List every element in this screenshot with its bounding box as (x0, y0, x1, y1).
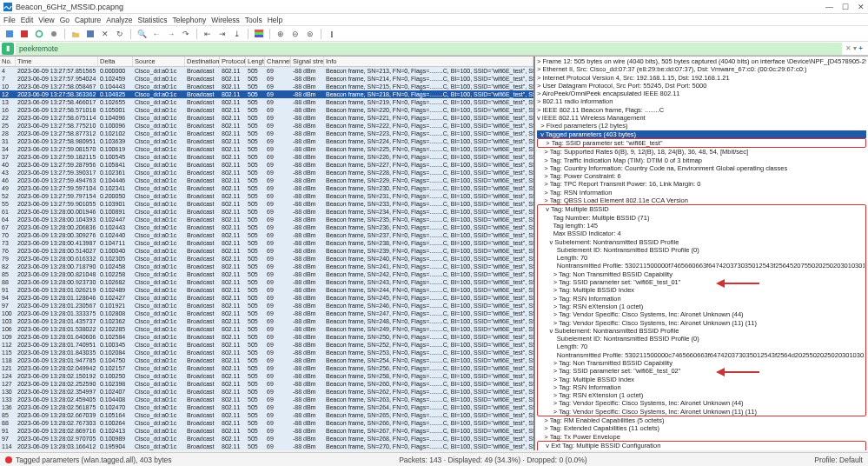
menu-view[interactable]: View (38, 16, 54, 24)
packet-row[interactable]: 792023-06-09 13:28:00.6163320.102305Cisc… (0, 255, 533, 263)
detail-line[interactable]: > Tag: Vendor Specific: Cisco Systems, I… (539, 319, 865, 327)
start-capture-icon[interactable] (3, 28, 16, 40)
packet-row[interactable]: 642023-06-09 13:28:00.1043930.102447Cisc… (0, 216, 533, 223)
menu-wireless[interactable]: Wireless (211, 16, 240, 24)
packet-row[interactable]: 252023-06-09 13:27:58.7752100.100096Cisc… (0, 122, 533, 130)
expert-info-icon[interactable] (5, 456, 12, 463)
goto-icon[interactable]: ↷ (180, 28, 192, 40)
detail-line[interactable]: > Internet Protocol Version 4, Src: 192.… (537, 74, 866, 82)
packet-row[interactable]: 882023-06-09 13:28:02.7673030.100264Cisc… (0, 419, 533, 427)
filter-dropdown-icon[interactable]: ▾ (853, 44, 857, 52)
detail-line[interactable]: > Ethernet II, Src: Cisco_dd:07:37 (e8:2… (537, 65, 866, 73)
detail-line[interactable]: > Tag: Vendor Specific: Cisco Systems, I… (539, 399, 865, 407)
detail-line[interactable]: Length: 70 (539, 343, 865, 350)
packet-row[interactable]: 122023-06-09 13:27:58.3633620.104825Cisc… (0, 90, 533, 98)
col-dst[interactable]: Destination (185, 57, 220, 66)
col-proto[interactable]: Protocol (220, 57, 246, 66)
col-sig[interactable]: Signal stre (291, 57, 324, 66)
detail-line[interactable]: > Fixed parameters (12 bytes) (537, 122, 866, 130)
reload-icon[interactable]: ↻ (114, 28, 126, 40)
detail-line[interactable]: v Tag: Multiple BSSID (539, 205, 865, 213)
packet-row[interactable]: 822023-06-09 13:28:00.7187900.102458Cisc… (0, 263, 533, 270)
detail-line[interactable]: > Tag: RM Enabled Capabilities (5 octets… (537, 416, 866, 424)
detail-line[interactable]: > Tag: RSN eXtension (1 octet) (539, 303, 865, 310)
col-info[interactable]: Info (324, 57, 533, 66)
menu-go[interactable]: Go (60, 16, 70, 24)
detail-line[interactable]: > Tag: Non Transmitted BSSID Capability (539, 359, 865, 367)
menu-help[interactable]: Help (268, 16, 282, 24)
packet-row[interactable]: 1272023-06-09 13:28:02.2525900.102398Cis… (0, 380, 533, 388)
packet-row[interactable]: 72023-06-09 13:27:57.9540240.102459Cisco… (0, 75, 533, 83)
detail-line[interactable]: Tag Number: Element ID Extension (255) (539, 449, 865, 450)
packet-row[interactable]: 1062023-06-09 13:28:01.5380220.102285Cis… (0, 325, 533, 333)
restart-capture-icon[interactable] (33, 28, 45, 40)
minimize-button[interactable]: — (825, 3, 833, 11)
menu-capture[interactable]: Capture (75, 16, 101, 24)
col-no[interactable]: No. (0, 57, 16, 66)
filter-bookmark-icon[interactable]: ▮ (2, 43, 14, 55)
packet-row[interactable]: 612023-06-09 13:28:00.0019460.100891Cisc… (0, 208, 533, 216)
col-time[interactable]: Time (16, 57, 98, 66)
last-icon[interactable]: ⇥ (216, 28, 229, 40)
display-filter-input[interactable] (16, 43, 842, 55)
detail-line[interactable]: > Tag: SSID parameter set: "wifi6E_test_… (539, 278, 865, 286)
packet-row[interactable]: 852023-06-09 13:28:00.8210480.102258Cisc… (0, 270, 533, 278)
packet-row[interactable]: 1122023-06-09 13:28:01.7409510.100345Cis… (0, 341, 533, 349)
close-button[interactable]: ✕ (858, 3, 865, 11)
packet-row[interactable]: 1032023-06-09 13:28:01.4357370.102362Cis… (0, 317, 533, 325)
detail-line[interactable]: > Tag: Tx Power Envelope (537, 433, 866, 441)
detail-line[interactable]: Tag length: 145 (539, 222, 865, 230)
col-len[interactable]: Length (246, 57, 265, 66)
packet-list-body[interactable]: 42023-06-09 13:27:57.8515650.000000Cisco… (0, 67, 533, 450)
prev-icon[interactable]: ← (150, 28, 162, 40)
packet-row[interactable]: 432023-06-09 13:27:59.3903170.102361Cisc… (0, 169, 533, 176)
detail-line[interactable]: > Tag: Non Transmitted BSSID Capability (539, 270, 865, 278)
zoom-in-icon[interactable]: ⊕ (275, 28, 287, 40)
packet-row[interactable]: 1302023-06-09 13:28:02.3549970.102407Cis… (0, 388, 533, 396)
detail-line[interactable]: > Tag: Country Information: Country Code… (537, 164, 866, 172)
packet-row[interactable]: 1092023-06-09 13:28:01.6406060.102584Cis… (0, 333, 533, 341)
stop-capture-icon[interactable] (18, 28, 30, 40)
menu-analyze[interactable]: Analyze (106, 16, 132, 24)
packet-row[interactable]: 402023-06-09 13:27:59.2879560.105841Cisc… (0, 161, 533, 169)
detail-line[interactable]: > IEEE 802.11 Beacon frame, Flags: .....… (537, 106, 866, 114)
close-file-icon[interactable]: ✕ (99, 28, 111, 40)
maximize-button[interactable]: ☐ (842, 3, 849, 11)
menu-file[interactable]: File (3, 16, 16, 24)
detail-line[interactable]: Tag Number: Multiple BSSID (71) (539, 214, 865, 222)
packet-row[interactable]: 492023-06-09 13:27:59.5971040.102341Cisc… (0, 184, 533, 192)
packet-row[interactable]: 462023-06-09 13:27:59.4947630.104446Cisc… (0, 176, 533, 184)
packet-row[interactable]: 852023-06-09 13:28:02.6670390.105164Cisc… (0, 411, 533, 419)
packet-row[interactable]: 132023-06-09 13:27:58.4660170.102655Cisc… (0, 98, 533, 106)
packet-row[interactable]: 1362023-06-09 13:28:02.5618750.102470Cis… (0, 403, 533, 411)
detail-line[interactable]: Nontransmitted Profile: 530211500000f746… (539, 262, 865, 270)
packet-row[interactable]: 102023-06-09 13:27:58.0584670.104443Cisc… (0, 83, 533, 90)
detail-line[interactable]: > Tag: RSN Information (537, 189, 866, 196)
detail-line[interactable]: > 802.11 radio information (537, 97, 866, 105)
zoom-out-icon[interactable]: ⊖ (289, 28, 301, 40)
next-icon[interactable]: → (165, 28, 177, 40)
packet-row[interactable]: 522023-06-09 13:27:59.7971540.200050Cisc… (0, 192, 533, 200)
detail-line[interactable]: > Tag: RSN eXtension (1 octet) (539, 391, 865, 399)
detail-line[interactable]: > AiroPeek/OmniPeek encapsulated IEEE 80… (537, 90, 866, 97)
capture-options-icon[interactable] (48, 28, 60, 40)
packet-row[interactable]: 312023-06-09 13:27:58.9809510.103639Cisc… (0, 137, 533, 145)
detail-line[interactable]: Nontransmitted Profile: 530211500000c746… (539, 351, 865, 359)
packet-row[interactable]: 912023-06-09 13:28:01.0262190.102489Cisc… (0, 286, 533, 294)
packet-row[interactable]: 672023-06-09 13:28:00.2068360.102443Cisc… (0, 223, 533, 231)
filter-clear-icon[interactable]: ✕ (845, 44, 851, 52)
packet-row[interactable]: 1182023-06-09 13:28:01.9477850.104750Cis… (0, 356, 533, 364)
packet-row[interactable]: 732023-06-09 13:28:00.4139870.104711Cisc… (0, 239, 533, 247)
detail-line[interactable]: Subelement ID: Nontransmitted BSSID Prof… (539, 335, 865, 343)
detail-line[interactable]: > Tag: Multiple BSSID Index (539, 286, 865, 294)
detail-line[interactable]: v Subelement: Nontransmitted BSSID Profi… (539, 238, 865, 246)
first-icon[interactable]: ⇤ (202, 28, 214, 40)
packet-row[interactable]: 1242023-06-09 13:28:02.1501920.100250Cis… (0, 372, 533, 380)
packet-row[interactable]: 282023-06-09 13:27:58.8773120.102102Cisc… (0, 130, 533, 137)
menu-telephony[interactable]: Telephony (173, 16, 207, 24)
packet-row[interactable]: 1152023-06-09 13:28:01.8430350.102084Cis… (0, 349, 533, 356)
packet-row[interactable]: 1142023-06-09 13:28:03.1664120.195904Cis… (0, 443, 533, 450)
packet-details-pane[interactable]: > Frame 12: 505 bytes on wire (4040 bits… (533, 57, 868, 450)
detail-line[interactable]: v IEEE 802.11 Wireless Management (537, 114, 866, 122)
detail-line[interactable]: > Tag: SSID parameter set: "wifi6E_test_… (539, 367, 865, 375)
